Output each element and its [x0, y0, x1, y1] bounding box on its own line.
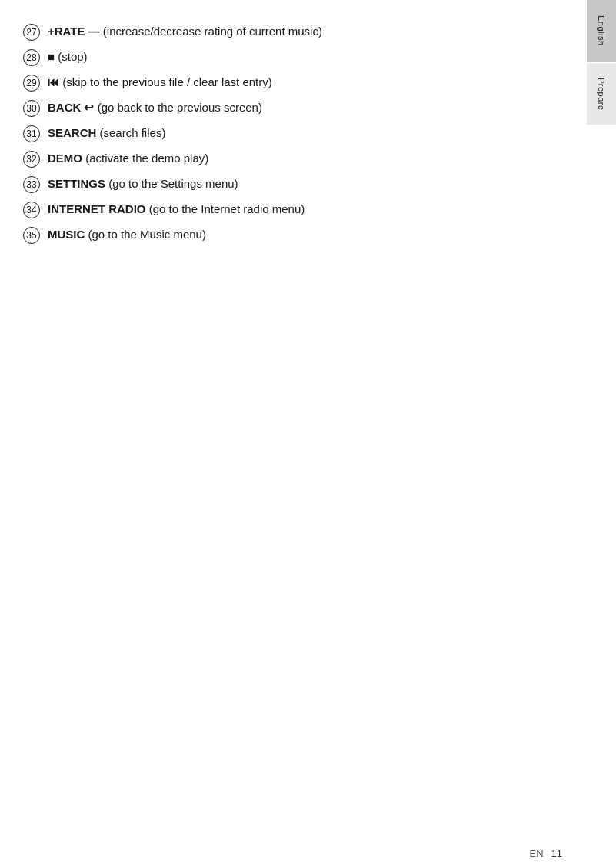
item-text: SEARCH (search files) — [48, 125, 562, 142]
item-text: SETTINGS (go to the Settings menu) — [48, 175, 562, 193]
item-text: BACK ↩ (go back to the previous screen) — [48, 99, 562, 117]
sidebar-tab-english: English — [587, 0, 616, 62]
list-item: 31SEARCH (search files) — [23, 125, 562, 142]
list-item: 33SETTINGS (go to the Settings menu) — [23, 175, 562, 193]
item-text: ⏮ (skip to the previous file / clear las… — [48, 74, 562, 92]
item-text: DEMO (activate the demo play) — [48, 150, 562, 168]
list-item: 34INTERNET RADIO (go to the Internet rad… — [23, 201, 562, 218]
prepare-label: Prepare — [597, 78, 606, 111]
english-label: English — [597, 15, 606, 46]
item-number: 30 — [23, 100, 40, 117]
item-number: 28 — [23, 49, 40, 66]
list-item: 28■ (stop) — [23, 48, 562, 66]
item-number: 33 — [23, 176, 40, 193]
item-number: 31 — [23, 125, 40, 142]
right-sidebar: English Prepare — [587, 0, 616, 867]
footer-lang: EN — [529, 848, 543, 859]
footer-page: 11 — [551, 848, 562, 859]
item-number: 32 — [23, 151, 40, 168]
item-number: 29 — [23, 75, 40, 92]
item-number: 34 — [23, 202, 40, 218]
list-item: 30BACK ↩ (go back to the previous screen… — [23, 99, 562, 117]
list-item: 27+RATE — (increase/decrease rating of c… — [23, 23, 562, 41]
page-content: 27+RATE — (increase/decrease rating of c… — [0, 0, 585, 867]
item-number: 27 — [23, 24, 40, 41]
list-item: 35MUSIC (go to the Music menu) — [23, 226, 562, 244]
item-text: +RATE — (increase/decrease rating of cur… — [48, 23, 562, 41]
items-list: 27+RATE — (increase/decrease rating of c… — [23, 23, 562, 244]
item-number: 35 — [23, 227, 40, 244]
list-item: 32DEMO (activate the demo play) — [23, 150, 562, 168]
bottom-bar: EN 11 — [0, 848, 585, 859]
item-text: INTERNET RADIO (go to the Internet radio… — [48, 201, 562, 218]
item-text: MUSIC (go to the Music menu) — [48, 226, 562, 244]
item-text: ■ (stop) — [48, 48, 562, 66]
sidebar-tab-prepare: Prepare — [587, 63, 616, 125]
list-item: 29⏮ (skip to the previous file / clear l… — [23, 74, 562, 92]
